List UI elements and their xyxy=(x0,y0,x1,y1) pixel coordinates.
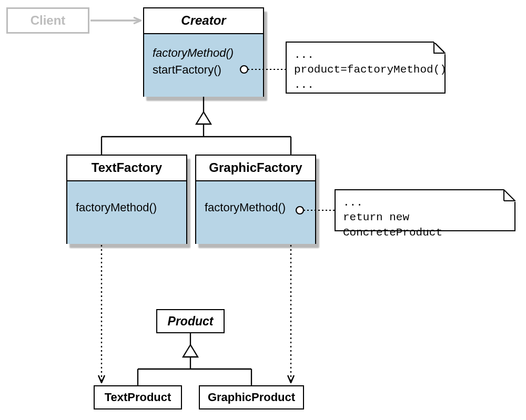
creator-generalization-triangle xyxy=(196,112,211,124)
textproduct-title: TextProduct xyxy=(105,391,171,404)
product-title: Product xyxy=(168,314,214,329)
graphicfactory-note-l2: return new ConcreteProduct xyxy=(343,210,507,240)
diagram-stage: Client Creator factoryMethod() startFact… xyxy=(0,0,526,420)
creator-class-box: Creator factoryMethod() startFactory() xyxy=(143,7,264,97)
textfactory-title: TextFactory xyxy=(67,156,186,181)
textfactory-method: factoryMethod() xyxy=(76,199,178,216)
graphicfactory-note: ... return new ConcreteProduct xyxy=(335,189,515,231)
graphicfactory-note-l1: ... xyxy=(343,196,507,210)
creator-abstract-method: factoryMethod() xyxy=(153,45,255,62)
creator-note-l2: product=factoryMethod() xyxy=(294,63,437,77)
textproduct-class-box: TextProduct xyxy=(94,385,182,409)
product-generalization-triangle xyxy=(183,345,198,357)
creator-title: Creator xyxy=(144,8,263,34)
creator-note: ... product=factoryMethod() ... xyxy=(286,42,446,94)
client-label: Client xyxy=(31,13,66,28)
graphicfactory-class-box: GraphicFactory factoryMethod() xyxy=(195,155,316,244)
graphicfactory-method: factoryMethod() xyxy=(205,199,307,216)
creator-concrete-method: startFactory() xyxy=(153,62,255,78)
creator-note-l3: ... xyxy=(294,78,437,93)
graphicfactory-title: GraphicFactory xyxy=(196,156,315,181)
graphicproduct-title: GraphicProduct xyxy=(208,391,295,404)
creator-note-l1: ... xyxy=(294,48,437,63)
product-class-box: Product xyxy=(156,309,225,333)
textfactory-class-box: TextFactory factoryMethod() xyxy=(66,155,187,244)
client-class-box: Client xyxy=(6,7,89,34)
graphicproduct-class-box: GraphicProduct xyxy=(199,385,304,409)
